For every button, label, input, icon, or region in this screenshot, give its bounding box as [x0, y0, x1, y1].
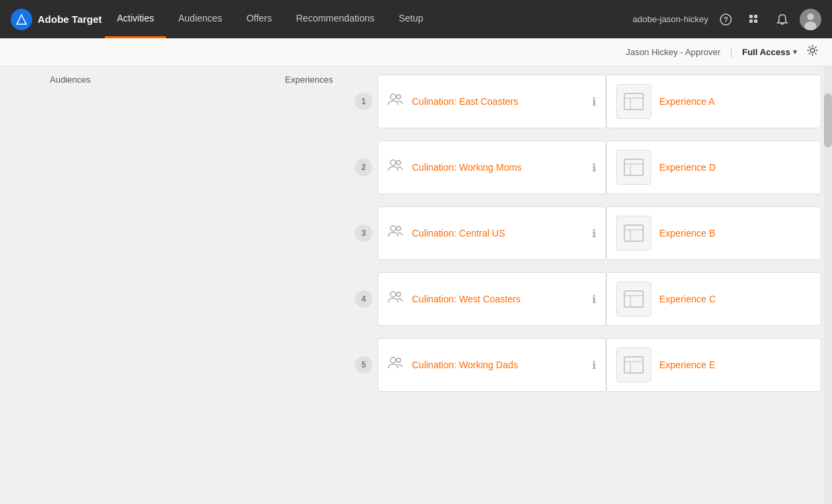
svg-rect-5: [754, 15, 757, 18]
chevron-down-icon: ▾: [793, 48, 797, 56]
apps-button[interactable]: [743, 9, 765, 30]
row-pair-1: 1 Culination: East Coasters ℹ: [378, 75, 821, 128]
row-number-3: 3: [355, 224, 372, 242]
row-pair-4: 4 Culination: West Coasters ℹ: [378, 272, 821, 326]
svg-point-32: [390, 358, 396, 363]
user-info: Jason Hickey - Approver: [626, 47, 720, 57]
svg-point-23: [397, 226, 401, 230]
audience-name-1: Culination: East Coasters: [412, 96, 584, 107]
row-pair-5: 5 Culination: Working Dads ℹ: [378, 338, 821, 392]
svg-rect-34: [624, 357, 643, 373]
row-pair-2: 2 Culination: Working Moms ℹ: [378, 140, 821, 194]
svg-point-12: [390, 94, 396, 99]
svg-point-11: [810, 48, 815, 52]
nav-links: Activities Audiences Offers Recommendati…: [105, 0, 632, 38]
experience-card-1[interactable]: Experience A: [606, 75, 821, 128]
audience-name-3: Culination: Central US: [412, 228, 584, 239]
svg-rect-4: [749, 15, 753, 18]
audience-name-5: Culination: Working Dads: [412, 360, 584, 370]
svg-point-9: [807, 13, 814, 20]
row-number-2: 2: [355, 159, 372, 176]
audience-card-5[interactable]: Culination: Working Dads ℹ: [378, 338, 606, 392]
help-button[interactable]: ?: [715, 9, 737, 30]
info-icon-4[interactable]: ℹ: [592, 293, 596, 306]
experience-name-4: Experience C: [659, 294, 716, 304]
svg-rect-29: [624, 291, 643, 307]
notifications-button[interactable]: [772, 9, 793, 30]
nav-activities[interactable]: Activities: [105, 0, 166, 38]
svg-point-17: [390, 160, 396, 165]
experience-name-2: Experience D: [659, 162, 716, 173]
svg-point-33: [397, 358, 401, 362]
nav-username: adobe-jason-hickey: [632, 14, 708, 24]
svg-point-28: [397, 292, 401, 296]
audience-name-2: Culination: Working Moms: [412, 162, 584, 173]
info-icon-1[interactable]: ℹ: [592, 95, 596, 108]
main-content: Audiences Experiences 1: [0, 67, 832, 504]
experience-name-5: Experience E: [659, 360, 715, 370]
row-number-5: 5: [355, 356, 372, 374]
nav-offers[interactable]: Offers: [235, 0, 284, 38]
svg-point-18: [397, 161, 401, 165]
experience-card-5[interactable]: Experience E: [606, 338, 821, 392]
scrollbar-track[interactable]: [824, 67, 832, 504]
rows-container: 1 Culination: East Coasters ℹ: [378, 75, 821, 404]
svg-rect-24: [624, 225, 643, 241]
audience-card-3[interactable]: Culination: Central US ℹ: [378, 206, 606, 260]
svg-rect-19: [624, 159, 643, 175]
audience-name-4: Culination: West Coasters: [412, 294, 584, 304]
nav-audiences[interactable]: Audiences: [166, 0, 234, 38]
audience-card-2[interactable]: Culination: Working Moms ℹ: [378, 140, 606, 194]
access-label: Full Access: [742, 47, 790, 57]
row-pair-3: 3 Culination: Central US ℹ: [378, 206, 821, 260]
svg-rect-7: [754, 19, 757, 23]
row-number-1: 1: [355, 93, 372, 110]
audiences-column-header: Audiences: [44, 75, 280, 401]
row-number-4: 4: [355, 290, 372, 308]
svg-text:?: ?: [724, 15, 729, 24]
info-icon-2[interactable]: ℹ: [592, 161, 596, 174]
columns-wrapper: Audiences Experiences 1: [0, 67, 832, 412]
svg-rect-6: [749, 19, 753, 23]
experience-layout-icon-5: [616, 347, 651, 382]
info-icon-5[interactable]: ℹ: [592, 359, 596, 372]
experience-layout-icon-3: [616, 216, 651, 251]
separator: |: [730, 46, 733, 58]
experience-card-4[interactable]: Experience C: [606, 272, 821, 326]
access-dropdown[interactable]: Full Access ▾: [742, 47, 797, 57]
user-avatar[interactable]: [800, 9, 821, 30]
nav-right-area: adobe-jason-hickey ?: [632, 9, 821, 30]
nav-setup[interactable]: Setup: [386, 0, 435, 38]
experience-card-2[interactable]: Experience D: [606, 140, 821, 194]
audience-group-icon: [388, 93, 404, 110]
audience-group-icon-4: [388, 290, 404, 308]
svg-point-27: [390, 292, 396, 297]
experience-layout-icon-1: [616, 84, 651, 119]
brand-icon: [11, 9, 32, 30]
secondary-bar: Jason Hickey - Approver | Full Access ▾: [0, 38, 832, 67]
audience-group-icon-2: [388, 159, 404, 176]
experience-card-3[interactable]: Experience B: [606, 206, 821, 260]
top-navigation: Adobe Target Activities Audiences Offers…: [0, 0, 832, 38]
brand-name: Adobe Target: [38, 13, 102, 25]
experience-name-3: Experience B: [659, 228, 715, 239]
experience-name-1: Experience A: [659, 96, 715, 107]
svg-point-13: [397, 95, 401, 99]
experience-layout-icon-2: [616, 150, 651, 185]
svg-point-22: [390, 226, 396, 231]
brand-logo[interactable]: Adobe Target: [11, 9, 105, 30]
nav-recommendations[interactable]: Recommendations: [284, 0, 387, 38]
audience-card-1[interactable]: Culination: East Coasters ℹ: [378, 75, 606, 128]
scrollbar-thumb[interactable]: [824, 93, 832, 147]
settings-icon[interactable]: [806, 44, 819, 60]
audience-card-4[interactable]: Culination: West Coasters ℹ: [378, 272, 606, 326]
info-icon-3[interactable]: ℹ: [592, 227, 596, 240]
audience-group-icon-5: [388, 356, 404, 374]
svg-rect-14: [624, 93, 643, 110]
experience-layout-icon-4: [616, 282, 651, 317]
audience-group-icon-3: [388, 224, 404, 242]
